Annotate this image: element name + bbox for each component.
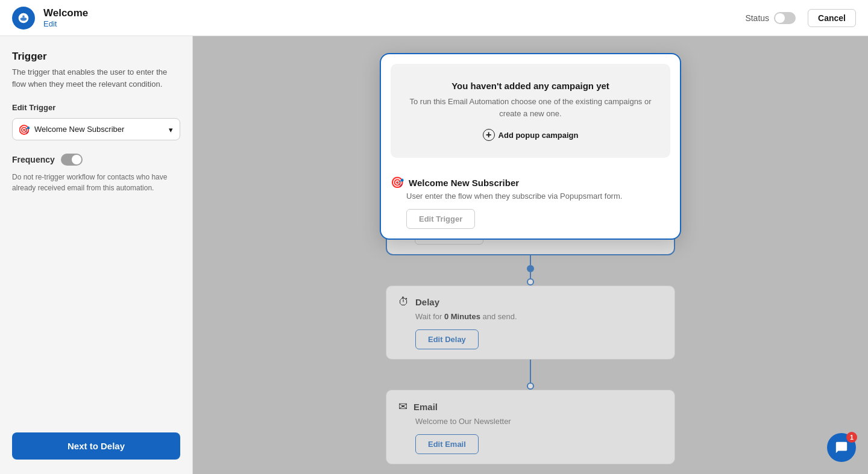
next-to-delay-button[interactable]: Next to Delay [12,432,180,460]
edit-link[interactable]: Edit [43,19,88,28]
plus-circle-icon: + [483,129,495,141]
campaign-modal: You haven't added any campaign yet To ru… [380,53,681,240]
main-canvas: 🎯 Welcome New Subscriber User enter the … [193,36,868,474]
modal-trigger-icon: 🎯 [391,176,404,189]
chat-bubble[interactable]: 1 [827,433,856,462]
frequency-desc: Do not re-trigger workflow for contacts … [12,172,180,193]
trigger-select-wrapper: 🎯 Welcome New Subscriber ▾ [12,118,180,140]
modal-trigger-header: 🎯 Welcome New Subscriber [391,176,670,189]
modal-trigger-desc: User enter the flow when they subscribe … [406,192,670,201]
modal-title: You haven't added any campaign yet [403,81,658,91]
trigger-select-icon: 🎯 [18,123,30,135]
chat-icon [835,441,848,454]
chevron-down-icon: ▾ [169,125,173,134]
sidebar-bottom: Next to Delay [12,432,180,460]
header-right: Status Cancel [745,9,856,27]
modal-desc: To run this Email Automation choose one … [403,96,658,119]
add-popup-campaign-label: Add popup campaign [498,131,579,140]
chat-badge: 1 [846,432,857,443]
cancel-button[interactable]: Cancel [808,9,856,27]
sidebar-section-title: Trigger [12,51,180,63]
page-title: Welcome [43,7,88,19]
sidebar: Trigger The trigger that enables the use… [0,36,193,474]
status-label: Status [745,13,769,23]
frequency-row: Frequency [12,154,180,166]
status-toggle[interactable] [774,12,796,24]
trigger-section: Trigger The trigger that enables the use… [12,51,180,193]
header-title-group: Welcome Edit [43,7,88,28]
app-logo [12,7,35,30]
frequency-toggle[interactable] [61,154,83,166]
status-section: Status [745,12,796,24]
trigger-select-display[interactable]: Welcome New Subscriber ▾ [12,118,180,140]
frequency-label: Frequency [12,155,55,164]
modal-trigger-section: 🎯 Welcome New Subscriber User enter the … [381,167,680,239]
sidebar-section-desc: The trigger that enables the user to ent… [12,66,180,90]
edit-trigger-label: Edit Trigger [12,103,180,112]
modal-trigger-title: Welcome New Subscriber [409,178,519,188]
modal-edit-trigger-button[interactable]: Edit Trigger [406,209,475,229]
add-popup-campaign-button[interactable]: + Add popup campaign [483,129,579,141]
modal-inner-gray: You haven't added any campaign yet To ru… [391,64,670,158]
header: Welcome Edit Status Cancel [0,0,868,36]
trigger-select-value: Welcome New Subscriber [34,125,124,134]
